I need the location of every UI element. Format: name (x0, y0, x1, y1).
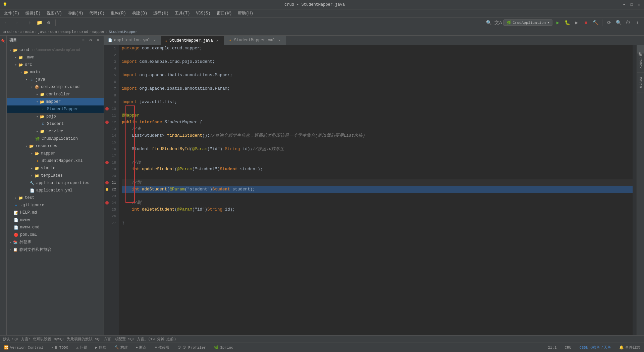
settings-button[interactable]: ⚙ (45, 19, 53, 27)
marker-12[interactable] (104, 119, 110, 126)
tree-toggle-main[interactable]: ▾ (19, 70, 23, 75)
menu-file[interactable]: 文件(F) (1, 10, 22, 17)
tab-application-yml[interactable]: 📄 application.yml ✕ (104, 36, 161, 45)
tab-studentmapper-xml[interactable]: 🔸 StudentMapper.xml ✕ (224, 36, 286, 45)
status-csdn[interactable]: CSDN @布鱼了天鱼 (578, 344, 612, 351)
tree-item-scratches[interactable]: ▸ 📋 临时文件和控制台 (7, 246, 104, 253)
menu-view[interactable]: 视图(V) (44, 10, 65, 17)
marker-24[interactable] (104, 200, 110, 206)
tab-close-studentmapper-xml[interactable]: ✕ (277, 38, 282, 43)
tree-item-mvn[interactable]: ▸ 📁 .mvn (7, 54, 104, 61)
tree-toggle-test[interactable]: ▸ (13, 195, 18, 200)
tree-item-mvnw[interactable]: 📄 mvnw (7, 216, 104, 224)
tab-close-application-yml[interactable]: ✕ (152, 38, 157, 43)
tree-toggle-pojo[interactable]: ▾ (35, 114, 40, 119)
forward-button[interactable]: → (12, 19, 20, 27)
panel-gear-btn[interactable]: ⚙ (88, 37, 94, 43)
status-spring[interactable]: 🌿 Spring (213, 345, 235, 350)
tree-item-res-mapper[interactable]: ▾ 📂 mapper (7, 150, 104, 157)
project-structure-button[interactable]: 📁 (35, 19, 43, 27)
tree-item-app-properties[interactable]: 🔧 application.properties (7, 179, 104, 187)
tree-item-static[interactable]: ▸ 📁 static (7, 165, 104, 172)
breadcrumb-java[interactable]: java (38, 30, 46, 34)
tree-toggle-mapper[interactable]: ▾ (35, 99, 40, 104)
tree-toggle-package[interactable]: ▾ (30, 85, 34, 89)
vtab-maven[interactable]: Maven (637, 73, 644, 92)
panel-collapse-btn[interactable]: ≡ (80, 37, 86, 43)
tree-toggle-static[interactable]: ▸ (30, 166, 34, 171)
breadcrumb-com[interactable]: com (50, 30, 57, 34)
menu-vcs[interactable]: VCS(S) (193, 10, 213, 16)
tree-item-service[interactable]: ▸ 📁 service (7, 128, 104, 135)
tree-toggle-src[interactable]: ▾ (13, 62, 18, 67)
menu-build[interactable]: 构建(B) (129, 10, 150, 17)
tree-item-mapper[interactable]: ▾ 📂 mapper (7, 98, 104, 105)
tree-toggle-templates[interactable]: ▸ (30, 173, 34, 178)
status-encoding[interactable]: CRU (564, 345, 573, 350)
breadcrumb-main[interactable]: main (25, 30, 34, 34)
tree-item-main[interactable]: ▾ 📂 main (7, 69, 104, 76)
menu-code[interactable]: 代码(C) (87, 10, 107, 17)
tree-item-java[interactable]: ▾ ☕ java (7, 76, 104, 83)
update-button[interactable]: ⬆ (633, 19, 641, 27)
tree-item-resources[interactable]: ▾ 📂 resources (7, 142, 104, 150)
menu-run[interactable]: 运行(U) (151, 10, 171, 17)
tree-toggle-service[interactable]: ▸ (35, 129, 40, 134)
close-button[interactable]: ✕ (637, 2, 641, 7)
tree-item-crud[interactable]: ▾ 📂 crud E:\Documets\Desktop\crud (7, 46, 104, 54)
tree-item-crudapp[interactable]: 🌿 CrudApplication (7, 135, 104, 142)
tree-toggle-resources[interactable]: ▾ (24, 144, 29, 148)
status-position[interactable]: 21:1 (546, 345, 558, 350)
coverage-button[interactable]: ▶ (573, 19, 581, 27)
status-todo[interactable]: ✓ E TODO (50, 345, 69, 350)
stop-button[interactable]: ■ (582, 19, 590, 27)
breadcrumb-crud[interactable]: crud (3, 30, 11, 34)
tree-item-test[interactable]: ▸ 📁 test (7, 194, 104, 202)
run-configuration[interactable]: 🌿 CrudApplication ▾ (503, 19, 552, 26)
breadcrumb-studentmapper[interactable]: StudentMapper (109, 30, 138, 34)
tree-item-helpmd[interactable]: 📝 HELP.md (7, 209, 104, 216)
tree-item-gitignore[interactable]: 🔹 .gitignore (7, 202, 104, 209)
vtab-codex[interactable]: Codex (637, 53, 644, 73)
tree-item-templates[interactable]: ▸ 📁 templates (7, 172, 104, 179)
bookmarks-icon[interactable]: 📌 (1, 38, 6, 44)
menu-edit[interactable]: 编辑(E) (23, 10, 44, 17)
build-project-button[interactable]: 🔨 (591, 19, 599, 27)
translate-button[interactable]: 文A (494, 19, 502, 27)
maximize-button[interactable]: □ (629, 2, 634, 7)
tab-close-studentmapper-java[interactable]: ✕ (215, 38, 220, 43)
sync-button[interactable]: ⟳ (605, 19, 613, 27)
status-profiler[interactable]: ⏱ ⏱ Profiler (176, 345, 207, 350)
tab-studentmapper-java[interactable]: ☕ StudentMapper.java ✕ (161, 36, 224, 45)
tree-item-src[interactable]: ▾ 📂 src (7, 61, 104, 69)
tree-toggle-scratches[interactable]: ▸ (8, 247, 13, 252)
back-button[interactable]: ← (3, 19, 11, 27)
tree-toggle-res-mapper[interactable]: ▾ (30, 151, 34, 156)
tree-item-package[interactable]: ▾ 📦 com.example.crud (7, 83, 104, 91)
status-version-control[interactable]: 🔀 Version Control (3, 345, 45, 350)
tree-item-external-libs[interactable]: ▸ 📚 外部库 (7, 238, 104, 246)
tree-item-studentmapper[interactable]: I StudentMapper (7, 105, 104, 113)
tree-item-student[interactable]: C Student (7, 120, 104, 128)
breadcrumb-crud2[interactable]: crud (79, 30, 88, 34)
menu-window[interactable]: 窗口(W) (214, 10, 235, 17)
marker-18[interactable] (104, 159, 110, 166)
navigate-up-button[interactable]: ↑ (26, 19, 34, 27)
menu-tools[interactable]: 工具(T) (172, 10, 193, 17)
breadcrumb-mapper[interactable]: mapper (92, 30, 105, 34)
menu-help[interactable]: 帮助(H) (235, 10, 256, 17)
vtab-structure[interactable]: 结构 (637, 45, 644, 53)
tree-toggle-mvn[interactable]: ▸ (13, 55, 18, 60)
tree-item-app-yml[interactable]: 📄 application.yml (7, 187, 104, 194)
search-everywhere-button[interactable]: 🔍 (485, 19, 493, 27)
suggestion-text[interactable]: 默认 SQL 方言: 您可以设置 MySQL 为此项目的默认 SQL 方言，或配… (3, 337, 176, 342)
tree-toggle-java[interactable]: ▾ (24, 77, 29, 82)
run-button[interactable]: ▶ (554, 19, 562, 27)
tree-item-studentmapper-xml[interactable]: 🔸 StudentMapper.xml (7, 157, 104, 165)
debug-button[interactable]: 🐛 (563, 19, 571, 27)
status-events[interactable]: 🔔 事件日志 (618, 344, 641, 351)
breadcrumb-example[interactable]: example (60, 30, 76, 34)
menu-navigate[interactable]: 导航(N) (65, 10, 86, 17)
tree-toggle-controller[interactable]: ▸ (35, 92, 40, 97)
tree-item-pomxml[interactable]: 🔴 pom.xml (7, 231, 104, 238)
